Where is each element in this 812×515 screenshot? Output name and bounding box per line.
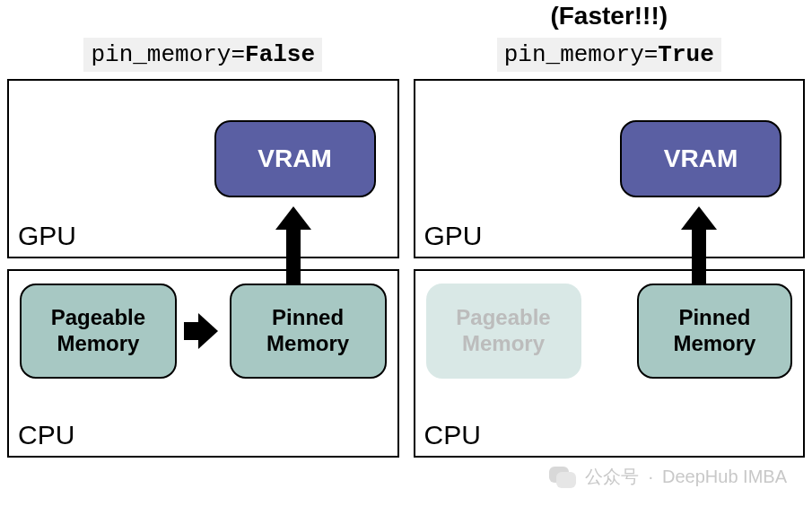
code-value: True	[658, 41, 713, 68]
cpu-box-right: Pageable Memory Pinned Memory CPU	[414, 269, 806, 458]
diagram-container: pin_memory=False VRAM GPU Pageable Memor…	[0, 0, 812, 515]
wechat-icon	[549, 463, 576, 490]
watermark-brand: DeepHub IMBA	[662, 467, 787, 487]
column-pin-memory-false: pin_memory=False VRAM GPU Pageable Memor…	[7, 4, 399, 511]
gpu-label-left: GPU	[18, 221, 76, 251]
gpu-box-right: VRAM GPU	[414, 79, 806, 258]
watermark-label: 公众号	[585, 465, 639, 489]
pinned-memory-right: Pinned Memory	[637, 284, 792, 379]
vram-block-left: VRAM	[214, 120, 376, 197]
faster-label: (Faster!!!)	[414, 4, 806, 38]
code-prefix: pin_memory=	[504, 41, 659, 68]
separator-dot: ·	[648, 467, 653, 487]
gpu-label-right: GPU	[424, 221, 483, 251]
code-label-false: pin_memory=False	[83, 38, 322, 72]
pageable-memory-left: Pageable Memory	[20, 284, 177, 379]
arrow-pageable-to-pinned	[186, 331, 221, 332]
spacer	[7, 4, 399, 38]
vram-block-right: VRAM	[620, 120, 781, 197]
code-prefix: pin_memory=	[91, 41, 245, 68]
column-pin-memory-true: (Faster!!!) pin_memory=True VRAM GPU Pag…	[414, 4, 806, 511]
gpu-box-left: VRAM GPU	[7, 79, 399, 258]
code-value: False	[245, 41, 315, 68]
pageable-memory-right-faded: Pageable Memory	[426, 284, 581, 379]
mem-row-right: Pageable Memory Pinned Memory	[426, 284, 793, 379]
mem-row-left: Pageable Memory Pinned Memory	[20, 284, 387, 379]
cpu-label-left: CPU	[18, 420, 74, 450]
watermark: 公众号 · DeepHub IMBA	[549, 463, 787, 490]
code-label-true: pin_memory=True	[497, 38, 721, 72]
cpu-label-right: CPU	[424, 420, 481, 450]
pinned-memory-left: Pinned Memory	[230, 284, 387, 379]
cpu-box-left: Pageable Memory Pinned Memory CPU	[7, 269, 399, 458]
